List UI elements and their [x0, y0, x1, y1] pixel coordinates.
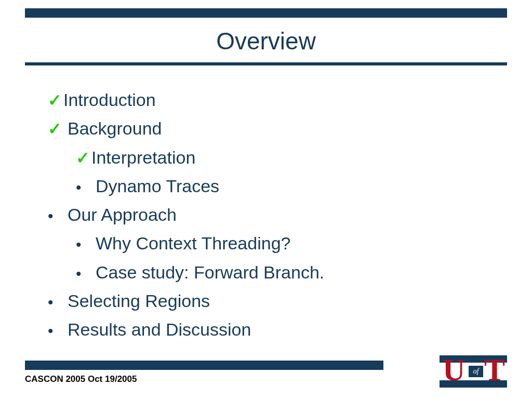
- logo-of-box: of: [469, 366, 483, 377]
- footer-text: CASCON 2005 Oct 19/2005: [25, 374, 137, 384]
- checkmark-icon: ✓: [48, 117, 68, 141]
- outline-item-results: Results and Discussion: [48, 317, 501, 342]
- item-text: Case study: Forward Branch.: [96, 260, 324, 285]
- title-underline: [25, 62, 507, 65]
- item-text: Our Approach: [68, 202, 177, 228]
- item-text: Introduction: [63, 87, 156, 113]
- bullet-icon: [48, 320, 68, 342]
- item-text: Dynamo Traces: [96, 174, 219, 199]
- outline-item-background: ✓ Background: [48, 116, 501, 141]
- item-text: Results and Discussion: [68, 317, 251, 342]
- item-text: Interpretation: [91, 145, 195, 170]
- bullet-icon: [76, 262, 96, 285]
- checkmark-icon: ✓: [48, 88, 63, 112]
- bullet-icon: [48, 291, 68, 314]
- outline-item-our-approach: Our Approach: [48, 202, 501, 228]
- outline-subitem-case-study: Case study: Forward Branch.: [76, 260, 501, 285]
- item-text: Why Context Threading?: [96, 231, 290, 256]
- outline-item-introduction: ✓ Introduction: [48, 87, 501, 113]
- slide-title: Overview: [0, 27, 532, 55]
- outline-subitem-dynamo-traces: Dynamo Traces: [76, 174, 501, 199]
- bullet-icon: [76, 233, 96, 256]
- item-text: Selecting Regions: [68, 288, 210, 314]
- bullet-icon: [76, 176, 96, 199]
- checkmark-icon: ✓: [76, 146, 91, 170]
- uoft-logo: U of T: [440, 355, 507, 388]
- bullet-icon: [48, 205, 68, 228]
- top-accent-bar: [25, 8, 507, 18]
- bottom-accent-bar: [25, 361, 383, 370]
- content-area: ✓ Introduction ✓ Background ✓ Interpreta…: [48, 87, 501, 346]
- logo-letter-u: U: [443, 354, 465, 385]
- outline-subitem-interpretation: ✓ Interpretation: [76, 145, 501, 170]
- item-text: Background: [68, 116, 162, 141]
- slide: Overview ✓ Introduction ✓ Background ✓ I…: [0, 0, 532, 399]
- outline-item-selecting-regions: Selecting Regions: [48, 288, 501, 314]
- outline-subitem-why-context-threading: Why Context Threading?: [76, 231, 501, 256]
- logo-letter-t: T: [484, 354, 505, 385]
